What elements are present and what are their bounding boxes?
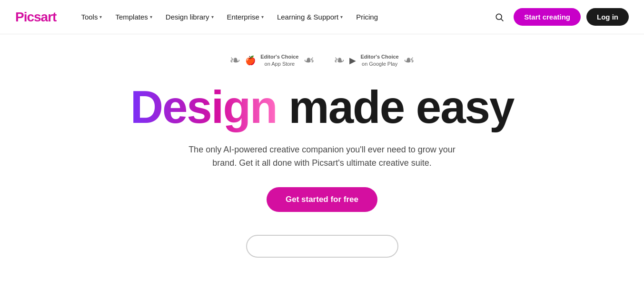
nav-item-learning-support[interactable]: Learning & Support ▾ <box>271 9 348 25</box>
search-icon <box>495 12 504 22</box>
hero-subtitle: The only AI-powered creative companion y… <box>184 143 460 171</box>
chevron-down-icon: ▾ <box>340 14 343 20</box>
nav-item-enterprise[interactable]: Enterprise ▾ <box>221 9 269 25</box>
laurel-right: ❧ <box>404 54 415 67</box>
get-started-button[interactable]: Get started for free <box>267 187 377 212</box>
svg-point-0 <box>496 14 502 20</box>
chevron-down-icon: ▾ <box>99 14 102 20</box>
laurel-icon: ❧ <box>304 54 315 67</box>
chevron-down-icon: ▾ <box>211 14 214 20</box>
bottom-bar-hint <box>246 235 398 258</box>
nav-item-pricing[interactable]: Pricing <box>350 9 384 25</box>
apple-icon: 🍎 <box>245 55 256 66</box>
laurel-right: ❧ <box>304 54 315 67</box>
nav-item-design-library[interactable]: Design library ▾ <box>160 9 219 25</box>
nav-links: Tools ▾ Templates ▾ Design library ▾ Ent… <box>75 9 491 25</box>
play-icon: ▶ <box>349 55 356 66</box>
hero-title: Design made easy <box>130 83 514 131</box>
svg-line-1 <box>501 19 504 21</box>
google-play-badge: ❧ ▶ Editor's Choice on Google Play ❧ <box>334 53 415 68</box>
laurel-left: ❧ <box>334 54 345 67</box>
app-store-badge-text: Editor's Choice on App Store <box>260 53 298 68</box>
nav-actions: Start creating Log in <box>491 8 629 26</box>
nav-item-tools[interactable]: Tools ▾ <box>75 9 108 25</box>
chevron-down-icon: ▾ <box>261 14 264 20</box>
start-creating-button[interactable]: Start creating <box>514 8 581 26</box>
laurel-icon: ❧ <box>334 54 345 67</box>
hero-title-design: Design <box>130 81 277 132</box>
award-badges: ❧ 🍎 Editor's Choice on App Store ❧ ❧ ▶ E… <box>229 53 415 68</box>
search-button[interactable] <box>491 9 508 26</box>
google-play-badge-text: Editor's Choice on Google Play <box>361 53 399 68</box>
hero-title-rest: made easy <box>277 81 514 132</box>
nav-item-templates[interactable]: Templates ▾ <box>109 9 158 25</box>
logo[interactable]: Picsart <box>15 10 56 25</box>
main-content: ❧ 🍎 Editor's Choice on App Store ❧ ❧ ▶ E… <box>0 34 644 258</box>
laurel-icon: ❧ <box>404 54 415 67</box>
navbar: Picsart Tools ▾ Templates ▾ Design libra… <box>0 0 644 34</box>
login-button[interactable]: Log in <box>586 8 629 26</box>
chevron-down-icon: ▾ <box>150 14 152 20</box>
app-store-badge: ❧ 🍎 Editor's Choice on App Store ❧ <box>229 53 314 68</box>
laurel-left: ❧ <box>229 54 240 67</box>
laurel-icon: ❧ <box>229 54 240 67</box>
